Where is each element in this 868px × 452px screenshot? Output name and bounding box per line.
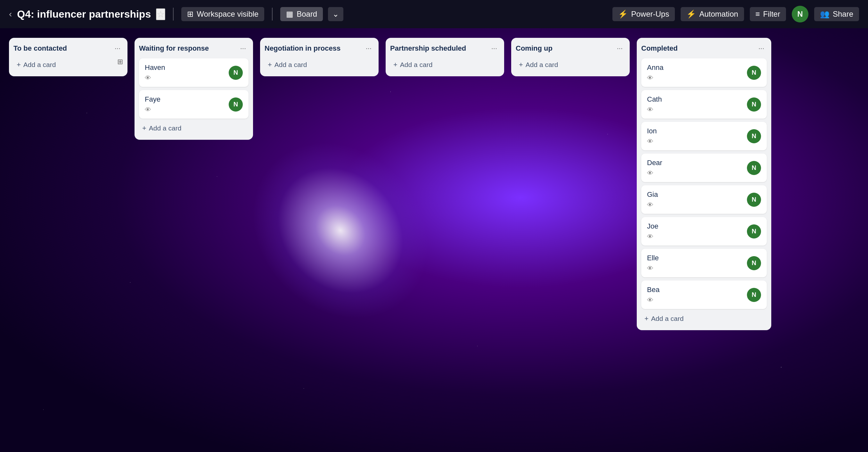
avatar-bea: N: [747, 288, 761, 302]
chevron-down-icon: ⌄: [333, 10, 339, 18]
board-title: Q4: influencer partnerships: [17, 8, 151, 20]
card-haven[interactable]: Haven 👁 N: [139, 58, 249, 87]
avatar-cath: N: [747, 97, 761, 112]
column-negotiation: Negotiation in process ··· + Add a card: [260, 38, 379, 76]
card-ion-left: Ion 👁: [647, 127, 657, 145]
card-gia-icons: 👁: [647, 201, 658, 209]
workspace-icon: ⊞: [187, 10, 193, 19]
divider: [173, 8, 174, 21]
filter-button[interactable]: ≡ Filter: [750, 7, 786, 21]
add-card-template-to-be-contacted[interactable]: ⊞: [117, 58, 123, 66]
col-menu-completed[interactable]: ···: [756, 43, 767, 54]
card-cath[interactable]: Cath 👁 N: [641, 90, 767, 119]
card-haven-icons: 👁: [145, 74, 165, 82]
topbar: ‹ Q4: influencer partnerships ☆ ⊞ Worksp…: [0, 0, 868, 28]
add-card-completed[interactable]: + Add a card: [641, 312, 767, 325]
add-card-negotiation[interactable]: + Add a card: [265, 58, 374, 71]
board-button[interactable]: ▦ Board: [280, 7, 323, 21]
plus-icon: +: [17, 61, 21, 68]
card-elle-icons: 👁: [647, 265, 659, 272]
star-button[interactable]: ☆: [156, 8, 165, 20]
filter-icon: ≡: [755, 10, 760, 19]
back-chevron[interactable]: ‹: [9, 9, 12, 19]
add-card-to-be-contacted[interactable]: + Add a card: [13, 58, 123, 71]
card-anna-name: Anna: [647, 63, 663, 72]
card-elle-left: Elle 👁: [647, 254, 659, 272]
col-menu-coming-up[interactable]: ···: [614, 43, 625, 54]
card-faye[interactable]: Faye 👁 N: [139, 90, 249, 119]
col-menu-to-be-contacted[interactable]: ···: [112, 43, 123, 54]
column-waiting-for-response: Waiting for response ··· Haven 👁 N Faye …: [134, 38, 253, 140]
card-dear-left: Dear 👁: [647, 159, 662, 177]
card-dear-name: Dear: [647, 159, 662, 167]
powerups-icon: ⚡: [618, 10, 628, 19]
column-to-be-contacted: To be contacted ··· + Add a card ⊞: [9, 38, 127, 76]
workspace-button[interactable]: ⊞ Workspace visible: [181, 7, 264, 21]
plus-icon-completed: +: [645, 315, 649, 322]
workspace-label: Workspace visible: [197, 10, 258, 19]
card-faye-name: Faye: [145, 95, 160, 104]
card-elle[interactable]: Elle 👁 N: [641, 249, 767, 277]
eye-icon-ion: 👁: [647, 138, 653, 145]
card-anna-left: Anna 👁: [647, 63, 663, 82]
filter-label: Filter: [763, 10, 780, 19]
col-menu-partnership[interactable]: ···: [489, 43, 500, 54]
card-faye-icons: 👁: [145, 106, 160, 113]
col-header-to-be-contacted: To be contacted ···: [13, 43, 123, 54]
col-title-negotiation: Negotiation in process: [265, 44, 340, 53]
eye-icon-gia: 👁: [647, 201, 653, 209]
card-gia-name: Gia: [647, 191, 658, 199]
card-haven-left: Haven 👁: [145, 63, 165, 82]
add-card-label-coming-up: Add a card: [526, 61, 558, 68]
card-cath-icons: 👁: [647, 106, 662, 113]
avatar-haven: N: [229, 66, 243, 80]
column-partnership-scheduled: Partnership scheduled ··· + Add a card: [385, 38, 504, 76]
card-gia[interactable]: Gia 👁 N: [641, 185, 767, 214]
board-area: To be contacted ··· + Add a card ⊞ Waiti…: [0, 28, 868, 452]
card-joe[interactable]: Joe 👁 N: [641, 217, 767, 246]
add-card-label: Add a card: [23, 61, 56, 68]
add-card-waiting[interactable]: + Add a card: [139, 122, 249, 135]
card-ion[interactable]: Ion 👁 N: [641, 122, 767, 150]
col-title-completed: Completed: [641, 44, 678, 53]
board-label: Board: [297, 10, 317, 19]
col-title-to-be-contacted: To be contacted: [13, 44, 67, 53]
col-header-coming-up: Coming up ···: [516, 43, 625, 54]
card-gia-left: Gia 👁: [647, 191, 658, 209]
plus-icon-partnership: +: [393, 61, 398, 68]
col-header-partnership: Partnership scheduled ···: [390, 43, 500, 54]
topbar-right: ⚡ Power-Ups ⚡ Automation ≡ Filter N 👥 Sh…: [612, 6, 859, 23]
col-header-completed: Completed ···: [641, 43, 767, 54]
card-bea[interactable]: Bea 👁 N: [641, 281, 767, 309]
share-icon: 👥: [820, 10, 830, 19]
card-joe-name: Joe: [647, 222, 658, 230]
avatar-joe: N: [747, 224, 761, 238]
add-card-coming-up[interactable]: + Add a card: [516, 58, 625, 71]
col-title-coming-up: Coming up: [516, 44, 553, 53]
col-title-partnership: Partnership scheduled: [390, 44, 466, 53]
card-bea-left: Bea 👁: [647, 286, 659, 304]
share-button[interactable]: 👥 Share: [814, 7, 859, 21]
card-bea-name: Bea: [647, 286, 659, 294]
column-coming-up: Coming up ··· + Add a card: [511, 38, 630, 76]
add-card-partnership[interactable]: + Add a card: [390, 58, 500, 71]
col-header-negotiation: Negotiation in process ···: [265, 43, 374, 54]
powerups-label: Power-Ups: [631, 10, 669, 19]
column-completed: Completed ··· Anna 👁 N Cath 👁 N: [637, 38, 771, 330]
card-faye-left: Faye 👁: [145, 95, 160, 113]
card-dear[interactable]: Dear 👁 N: [641, 153, 767, 182]
board-more-button[interactable]: ⌄: [328, 7, 343, 21]
avatar[interactable]: N: [792, 6, 808, 23]
col-menu-waiting[interactable]: ···: [238, 43, 249, 54]
card-bea-icons: 👁: [647, 296, 659, 304]
card-cath-name: Cath: [647, 95, 662, 104]
avatar-initials: N: [797, 10, 803, 19]
card-anna[interactable]: Anna 👁 N: [641, 58, 767, 87]
col-header-waiting: Waiting for response ···: [139, 43, 249, 54]
automation-button[interactable]: ⚡ Automation: [681, 7, 744, 21]
col-title-waiting: Waiting for response: [139, 44, 209, 53]
col-menu-negotiation[interactable]: ···: [363, 43, 374, 54]
powerups-button[interactable]: ⚡ Power-Ups: [612, 7, 675, 21]
add-card-label-partnership: Add a card: [400, 61, 433, 68]
eye-icon-faye: 👁: [145, 106, 151, 113]
